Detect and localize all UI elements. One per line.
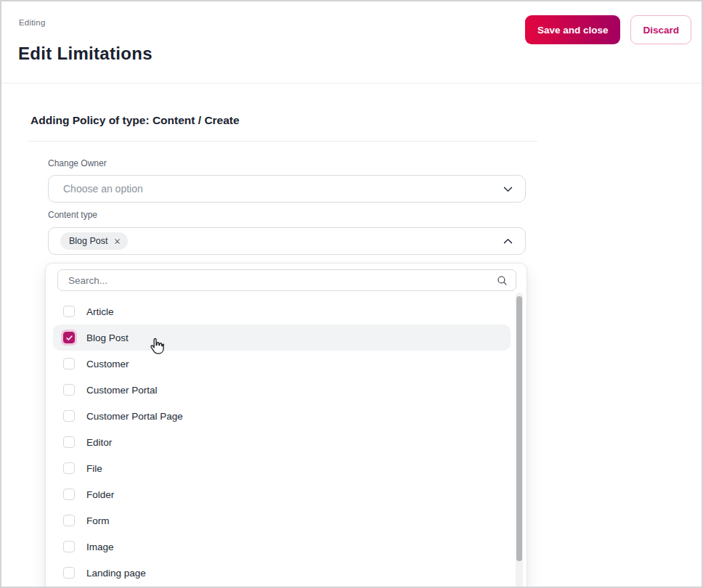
save-and-close-button[interactable]: Save and close xyxy=(525,15,621,44)
checkbox[interactable] xyxy=(63,384,75,396)
chip-remove-icon[interactable] xyxy=(113,237,121,245)
change-owner-select[interactable]: Choose an option xyxy=(48,175,526,203)
checkbox[interactable] xyxy=(63,515,75,526)
search-field[interactable] xyxy=(57,269,516,291)
option-label: File xyxy=(86,463,102,474)
change-owner-label: Change Owner xyxy=(48,158,107,168)
option-label: Folder xyxy=(86,489,114,500)
option-row-customer-portal-page[interactable]: Customer Portal Page xyxy=(53,403,511,429)
option-row-customer-portal[interactable]: Customer Portal xyxy=(53,377,511,403)
option-label: Image xyxy=(86,542,114,552)
option-row-form[interactable]: Form xyxy=(53,507,511,534)
option-row-landing-page[interactable]: Landing page xyxy=(53,560,511,586)
checkbox[interactable] xyxy=(63,358,75,369)
scrollbar-thumb[interactable] xyxy=(516,296,522,561)
page-header: Editing Edit Limitations Save and close … xyxy=(1,1,702,83)
checkbox[interactable] xyxy=(63,436,75,448)
checkbox[interactable] xyxy=(63,489,75,500)
option-label: Landing page xyxy=(86,568,146,579)
checkbox[interactable] xyxy=(63,332,75,343)
option-label: Customer xyxy=(86,359,129,369)
chip-label: Blog Post xyxy=(69,236,108,246)
search-input[interactable] xyxy=(67,274,496,287)
option-label: Blog Post xyxy=(86,332,129,343)
chevron-down-icon xyxy=(501,182,514,195)
change-owner-placeholder: Choose an option xyxy=(63,183,143,195)
checkbox[interactable] xyxy=(63,410,75,422)
option-row-editor[interactable]: Editor xyxy=(53,429,511,455)
option-row-customer[interactable]: Customer xyxy=(53,351,511,377)
search-icon xyxy=(496,274,508,287)
option-row-file[interactable]: File xyxy=(53,455,511,481)
checkbox[interactable] xyxy=(63,462,75,474)
scrollbar-track[interactable] xyxy=(516,293,523,588)
header-actions: Save and close Discard xyxy=(525,15,691,44)
option-label: Editor xyxy=(86,437,112,448)
content-type-dropdown: Article Blog Post Customer Customer Po xyxy=(45,263,527,588)
option-row-folder[interactable]: Folder xyxy=(53,481,511,507)
option-row-image[interactable]: Image xyxy=(53,534,511,560)
section-divider xyxy=(28,141,537,142)
checkbox[interactable] xyxy=(63,567,75,579)
discard-button[interactable]: Discard xyxy=(630,15,691,44)
option-label: Customer Portal xyxy=(86,385,158,396)
option-label: Article xyxy=(86,306,114,317)
checkbox[interactable] xyxy=(63,541,75,552)
section-title: Adding Policy of type: Content / Create xyxy=(31,114,240,127)
breadcrumb: Editing xyxy=(19,18,46,27)
option-row-blog-post[interactable]: Blog Post xyxy=(53,324,511,351)
content-type-label: Content type xyxy=(48,210,97,220)
checkbox[interactable] xyxy=(63,306,75,317)
chevron-up-icon xyxy=(501,234,514,248)
option-label: Customer Portal Page xyxy=(86,411,183,422)
edit-limitations-page: Editing Edit Limitations Save and close … xyxy=(0,0,703,588)
option-label: Form xyxy=(86,515,110,526)
option-list: Article Blog Post Customer Customer Po xyxy=(46,298,516,586)
option-row-article[interactable]: Article xyxy=(53,298,511,324)
selected-chip-blog-post[interactable]: Blog Post xyxy=(60,232,128,250)
content-type-select[interactable]: Blog Post xyxy=(48,227,526,255)
page-title: Edit Limitations xyxy=(18,44,153,64)
